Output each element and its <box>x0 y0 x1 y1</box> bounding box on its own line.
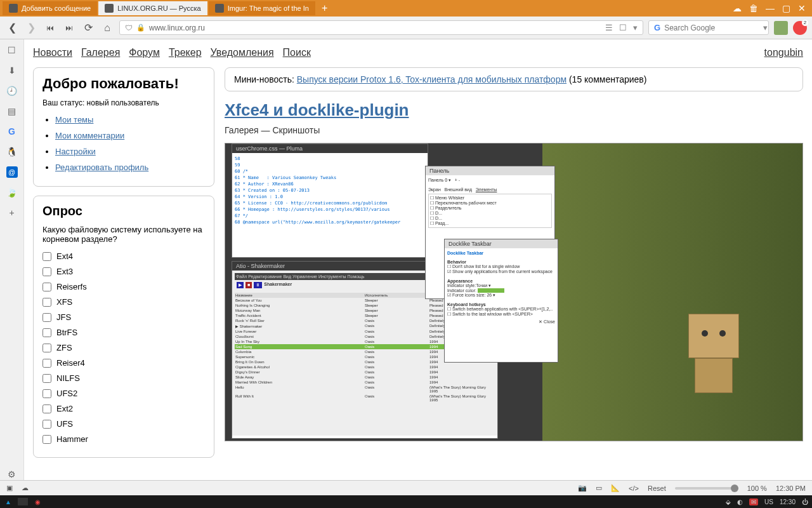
chevron-down-icon[interactable]: ▾ <box>763 23 768 32</box>
tab-2[interactable]: Imgur: The magic of the In <box>209 1 315 15</box>
poll-title: Опрос <box>43 204 205 218</box>
reader-icon[interactable]: ☰ <box>605 23 613 32</box>
poll-checkbox[interactable] <box>43 389 51 398</box>
poll-checkbox[interactable] <box>43 344 51 352</box>
tab-1[interactable]: LINUX.ORG.RU — Русска <box>98 1 207 15</box>
poll-checkbox[interactable] <box>43 374 51 383</box>
notification-tray-icon[interactable]: ✉ <box>749 498 758 505</box>
lock-icon: 🔒 <box>136 23 145 32</box>
fastforward-button[interactable]: ⏭ <box>62 21 76 35</box>
ruler-icon[interactable]: 📐 <box>611 484 620 492</box>
terminal-icon[interactable]: ▣ <box>6 484 13 492</box>
keyboard-layout[interactable]: US <box>764 498 773 505</box>
tab-favicon <box>9 4 18 13</box>
history-icon[interactable]: 🕘 <box>6 85 18 97</box>
my-topics-link[interactable]: Мои темы <box>55 115 93 124</box>
search-bar[interactable]: G ▾ <box>648 20 769 35</box>
mini-news-prefix: Мини-новость: <box>234 74 297 84</box>
poll-checkbox[interactable] <box>43 252 51 261</box>
code-icon[interactable]: </> <box>629 485 639 492</box>
my-comments-link[interactable]: Мои комментарии <box>55 131 124 140</box>
nav-news[interactable]: Новости <box>33 47 72 58</box>
username-link[interactable]: tongubin <box>764 47 803 58</box>
bookmark-icon[interactable]: ☐ <box>619 23 627 32</box>
minimize-icon[interactable]: — <box>766 3 775 13</box>
terminal-app-icon[interactable] <box>18 498 28 505</box>
camera-icon[interactable]: 📷 <box>578 484 587 492</box>
tab-label: LINUX.ORG.RU — Русска <box>117 4 200 12</box>
tab-label: Добавить сообщение <box>22 4 91 12</box>
back-button[interactable]: ❮ <box>5 21 19 35</box>
poll-option-label: Reiser4 <box>56 358 85 368</box>
mini-news-link[interactable]: Выпуск версии Protox 1.6, Tox-клиента дл… <box>297 74 566 84</box>
zoom-level: 100 % <box>747 485 767 492</box>
vivaldi-app-icon[interactable]: ◉ <box>33 497 42 506</box>
google-icon: G <box>654 23 660 32</box>
tab-favicon <box>105 4 114 13</box>
poll-checkbox[interactable] <box>43 328 51 337</box>
poll-checkbox[interactable] <box>43 283 51 291</box>
arch-menu-icon[interactable]: ▲ <box>4 497 13 506</box>
at-icon[interactable]: @ <box>6 166 18 178</box>
poll-checkbox[interactable] <box>43 404 51 413</box>
tray-icon[interactable]: ◐ <box>737 498 743 505</box>
tablet-icon[interactable]: ▭ <box>596 484 602 492</box>
breadcrumb: Галерея — Скриншоты <box>225 125 803 135</box>
nav-notifications[interactable]: Уведомления <box>211 47 274 58</box>
poll-option-label: UFS <box>56 419 73 429</box>
poll-checkbox[interactable] <box>43 313 51 322</box>
leaf-icon[interactable]: 🍃 <box>6 187 18 198</box>
downloads-icon[interactable]: ⬇ <box>6 65 18 76</box>
poll-checkbox[interactable] <box>43 359 51 368</box>
extension-badge[interactable] <box>793 21 807 35</box>
notes-icon[interactable]: ▤ <box>6 105 18 117</box>
nav-tracker[interactable]: Трекер <box>169 47 202 58</box>
poll-option-label: Ext4 <box>56 251 73 261</box>
cloud-icon[interactable]: ☁ <box>22 484 29 492</box>
trash-icon[interactable]: 🗑 <box>749 3 758 13</box>
poll-option-label: UFS2 <box>56 389 77 398</box>
clock-time: 12:30 PM <box>776 485 806 492</box>
tray-icon[interactable]: ⬙ <box>726 498 731 505</box>
settings-link[interactable]: Настройки <box>55 147 96 156</box>
welcome-box: Добро пожаловать! Ваш статус: новый поль… <box>33 67 214 187</box>
forward-button[interactable]: ❯ <box>24 21 38 35</box>
poll-checkbox[interactable] <box>43 420 51 429</box>
google-shortcut-icon[interactable]: G <box>6 126 18 137</box>
nav-forum[interactable]: Форум <box>129 47 160 58</box>
article-screenshot[interactable]: userChrome.css — Pluma 585960 /*61 * Nam… <box>225 143 803 441</box>
article: Xfce4 и docklike-plugin Галерея — Скринш… <box>225 100 803 441</box>
poll-option-label: Ext2 <box>56 404 73 413</box>
shield-icon[interactable]: 🛡 <box>125 23 133 32</box>
edit-profile-link[interactable]: Редактировать профиль <box>55 163 148 172</box>
close-icon[interactable]: ✕ <box>798 3 806 13</box>
search-input[interactable] <box>664 23 759 32</box>
reset-button[interactable]: Reset <box>648 485 666 492</box>
home-button[interactable]: ⌂ <box>100 21 114 35</box>
browser-tab-bar: Добавить сообщение LINUX.ORG.RU — Русска… <box>0 0 812 17</box>
poll-checkbox[interactable] <box>43 435 51 444</box>
reload-button[interactable]: ⟳ <box>81 21 95 35</box>
zoom-slider[interactable] <box>675 487 738 490</box>
tab-0[interactable]: Добавить сообщение <box>3 1 97 15</box>
bookmarks-icon[interactable]: ☐ <box>6 44 18 56</box>
profile-avatar[interactable] <box>774 21 788 35</box>
new-tab-button[interactable]: + <box>317 3 332 14</box>
poll-checkbox[interactable] <box>43 298 51 307</box>
browser-side-panel: ☐ ⬇ 🕘 ▤ G 🐧 @ 🍃 + ⚙ <box>0 39 24 480</box>
maximize-icon[interactable]: ▢ <box>782 3 790 13</box>
nav-gallery[interactable]: Галерея <box>81 47 120 58</box>
power-icon[interactable]: ⏻ <box>802 498 808 505</box>
poll-checkbox[interactable] <box>43 267 51 276</box>
add-panel-icon[interactable]: + <box>6 207 18 218</box>
rewind-button[interactable]: ⏮ <box>43 21 57 35</box>
url-bar[interactable]: 🛡 🔒 www.linux.org.ru ☰ ☐ ▾ <box>119 20 643 35</box>
settings-icon[interactable]: ⚙ <box>6 469 18 480</box>
devtools-bar: ▣ ☁ 📷 ▭ 📐 </> Reset 100 % 12:30 PM <box>0 480 812 495</box>
nav-search[interactable]: Поиск <box>283 47 311 58</box>
tux-icon[interactable]: 🐧 <box>6 146 18 157</box>
cloud-icon[interactable]: ☁ <box>733 3 742 13</box>
chevron-down-icon[interactable]: ▾ <box>633 23 638 32</box>
article-title-link[interactable]: Xfce4 и docklike-plugin <box>225 100 409 119</box>
poll-option-label: BtrFS <box>56 328 77 337</box>
